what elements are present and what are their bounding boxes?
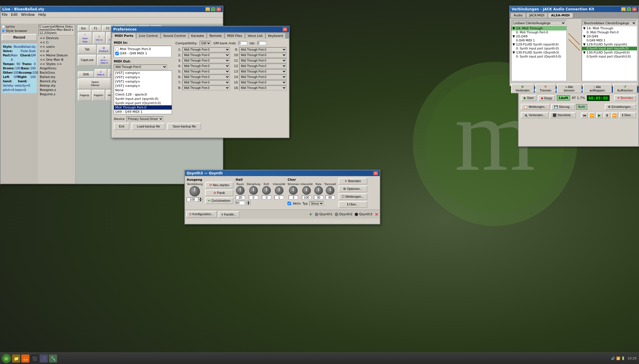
- tab-karaoke[interactable]: Karaoke: [189, 33, 207, 39]
- midi-in-check-0[interactable]: [115, 47, 119, 51]
- capslock-key[interactable]: CapsLock: [78, 55, 97, 66]
- tab-live-control[interactable]: Live Control: [136, 33, 160, 39]
- taskbar-live[interactable]: 🎵: [40, 355, 48, 363]
- midi-in-check-1[interactable]: [115, 52, 119, 55]
- stimmen-knob[interactable]: [289, 186, 298, 195]
- rate-knob[interactable]: [314, 186, 323, 195]
- transport-forward[interactable]: ⏩: [611, 113, 618, 118]
- typ-select[interactable]: Sinus: [309, 201, 324, 206]
- device-select[interactable]: Primary Sound Driver: [126, 117, 163, 121]
- readable-clients-select[interactable]: Lesbare Clients/Ausgänge: [512, 21, 566, 25]
- record-button[interactable]: Record: [2, 34, 37, 41]
- jack-close-btn[interactable]: ×: [632, 7, 637, 11]
- writable-14-port0[interactable]: 0: Midi Through Port-0: [582, 31, 637, 34]
- jack-messages-btn[interactable]: 📋 Meldungen...: [521, 104, 550, 110]
- qsynth3-tab[interactable]: Qsynth3: [355, 212, 372, 216]
- kanale-btn[interactable]: ≡ Kanäle...: [218, 211, 239, 218]
- tab-midi-files[interactable]: MIDI Files: [225, 33, 245, 39]
- jack-stop-btn[interactable]: ■ Stopp: [538, 95, 555, 101]
- drop-vst2[interactable]: [VST] <empty>: [114, 75, 172, 79]
- port-1-select[interactable]: Midi Through Port-0: [182, 47, 230, 52]
- pagedn-key[interactable]: PageDn: [92, 90, 105, 101]
- beenden-btn[interactable]: ✕ Beenden: [339, 178, 367, 184]
- devices-item[interactable]: << Devices: [39, 36, 75, 40]
- raum-knob[interactable]: [236, 186, 245, 195]
- drop-vst3[interactable]: [VST] <empty>: [114, 79, 172, 84]
- space-key[interactable]: SpaceSilence: [78, 78, 112, 89]
- intensitat-chor-input[interactable]: [302, 195, 311, 199]
- raum-input[interactable]: [236, 195, 245, 199]
- compat-select[interactable]: GM: [200, 41, 211, 45]
- style-file-1[interactable]: BackGrou: [39, 70, 75, 75]
- trennzeit-input[interactable]: [326, 195, 335, 199]
- jack-patchbay-btn[interactable]: ⬛ Steckfeld...: [550, 112, 576, 118]
- intensitat-hall-input[interactable]: [275, 195, 284, 199]
- radio-lyrics-input[interactable]: [2, 25, 5, 28]
- taskbar-settings[interactable]: 🔧: [49, 355, 57, 363]
- writable-130-port[interactable]: 0:Synth input port (Qsynth3:0): [582, 55, 637, 58]
- start-stop-key[interactable]: ^Start/Stop: [78, 32, 92, 44]
- hall-up[interactable]: ▲: [246, 201, 251, 203]
- style-file-0[interactable]: AngelGrou: [39, 66, 75, 70]
- tab-midi-ports[interactable]: MIDI Ports: [112, 33, 136, 39]
- port-13-select[interactable]: Midi Through Port-0: [239, 69, 287, 74]
- trennen-btn[interactable]: ✕ Trennen: [535, 84, 556, 93]
- drop-vst4[interactable]: [VST] <empty>: [114, 84, 172, 88]
- readable-14-port0[interactable]: 0: Midi Through Port-0: [511, 31, 566, 34]
- jack-tab-alsa[interactable]: ALSA-MIDI: [548, 13, 573, 18]
- port-5-select[interactable]: Midi Through Port-0: [182, 69, 230, 74]
- drop-none[interactable]: None: [114, 88, 172, 92]
- writable-clients-select[interactable]: Beschreibbare Clients/Eingänge: [583, 21, 636, 25]
- writable-q49-midi1[interactable]: 0:Q49 MIDI 1: [582, 39, 637, 42]
- alle-aufklappen-btn[interactable]: ↕ Alle aufklappen: [583, 84, 612, 93]
- jack-about-btn[interactable]: ℹ Über...: [619, 112, 636, 118]
- shift-left-key[interactable]: Shift: [78, 71, 94, 78]
- port-14-select[interactable]: Midi Through Port-0: [239, 75, 287, 79]
- writable-129-fluid[interactable]: ▼ 129:FLUID Synth (qsynth): [582, 42, 637, 47]
- tab-key[interactable]: Tab: [78, 45, 97, 54]
- style-file-4[interactable]: Bebop.sty: [39, 83, 75, 88]
- port-6-select[interactable]: Midi Through Port-0: [182, 75, 230, 79]
- live-close-btn[interactable]: ×: [216, 7, 221, 11]
- intro-a-key[interactable]: 1Intro A: [93, 32, 105, 44]
- verstarkung-down[interactable]: ▼: [198, 199, 203, 202]
- style-file-3[interactable]: Barock.sty: [39, 79, 75, 83]
- dampfung-input[interactable]: [249, 195, 258, 199]
- radio-lyrics[interactable]: Lyrics: [2, 25, 37, 28]
- rate-input[interactable]: [314, 195, 323, 199]
- panik-btn[interactable]: ⊘ Panik: [205, 190, 233, 196]
- port-8-select[interactable]: Midi Through Port-0: [182, 85, 230, 90]
- hall-aktiv2-input[interactable]: [236, 201, 245, 205]
- taskbar-terminal[interactable]: ⬛: [31, 355, 39, 363]
- users-item[interactable]: << users: [39, 45, 75, 49]
- entf-knob[interactable]: [262, 186, 271, 195]
- port-12-select[interactable]: Midi Through Port-0: [239, 64, 287, 68]
- readable-20-midi1[interactable]: 0:Q49 MIDI 1: [511, 39, 566, 42]
- readable-14-midi[interactable]: ▼ 14: Midi Through: [511, 26, 566, 31]
- verbinden-btn[interactable]: ⊕ Verbinden: [511, 84, 534, 93]
- pref-close-btn[interactable]: ×: [283, 27, 287, 31]
- meldungen-btn[interactable]: ☐ Meldungen...: [339, 193, 367, 200]
- zurucksetzen-btn[interactable]: ↩ Zurücksetzen: [205, 197, 233, 204]
- style-file-5[interactable]: Beegees.s: [39, 88, 75, 92]
- transport-skip-start[interactable]: ⏮: [581, 113, 588, 118]
- drop-q49[interactable]: Q49 - Q49 MIDI 1: [114, 110, 172, 114]
- load-backup-button[interactable]: Load backup file: [132, 123, 165, 130]
- tab-remote[interactable]: Remote: [207, 33, 224, 39]
- radio-style-browser[interactable]: Style browser: [2, 29, 37, 33]
- writable-20-q49[interactable]: ▼ 20:Q49: [582, 34, 637, 39]
- writable-14-midi[interactable]: ▼ 14: Midi Through: [582, 26, 637, 31]
- ending-a-key[interactable]: QEnding A: [97, 45, 110, 54]
- uber-btn[interactable]: ℹ Über...: [339, 201, 367, 208]
- trennzeit-knob[interactable]: [326, 186, 334, 195]
- drop-qjack[interactable]: Client-128 - qjackctl: [114, 92, 172, 97]
- menu-file[interactable]: File: [2, 13, 7, 17]
- start-menu-btn[interactable]: m: [2, 354, 11, 363]
- port-2-select[interactable]: Midi Through Port-0: [182, 53, 230, 58]
- konfiguration-btn[interactable]: ⊙ Konfiguration...: [186, 211, 217, 218]
- drop-qsynth0[interactable]: Synth input port (qsynth:0): [114, 97, 172, 101]
- drop-through[interactable]: Midi Through Port-0: [114, 105, 172, 110]
- z-main-a-key[interactable]: ZMain A: [94, 69, 107, 77]
- jack-min-btn[interactable]: _: [621, 7, 626, 11]
- remove-instance-btn[interactable]: ×: [375, 211, 379, 217]
